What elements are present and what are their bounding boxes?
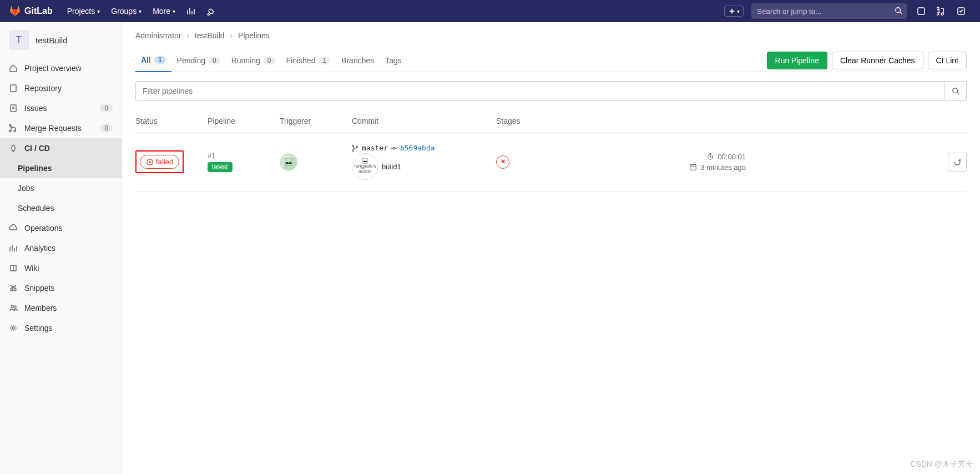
nav-new-dropdown[interactable]: ▾ [724, 6, 744, 17]
sidebar-project-header[interactable]: T testBuild [0, 22, 122, 58]
tab-badge: 0 [264, 57, 275, 64]
branch-name[interactable]: master [362, 144, 388, 152]
sidebar: T testBuild Project overview Repository … [0, 22, 122, 474]
gear-icon [9, 324, 18, 332]
tab-tags[interactable]: Tags [380, 49, 407, 72]
chevron-down-icon: ▾ [97, 8, 100, 14]
breadcrumb-owner[interactable]: Administrator [135, 31, 181, 40]
breadcrumb-project[interactable]: testBuild [195, 31, 225, 40]
sidebar-item-issues[interactable]: Issues0 [0, 98, 122, 118]
project-avatar: T [9, 30, 29, 50]
filter-search-button[interactable] [944, 81, 967, 101]
chart-icon [9, 244, 18, 253]
pipeline-duration: 00:00:01 [657, 153, 746, 161]
commit-author-avatar[interactable]: fengjiale's avatar [352, 153, 378, 180]
sidebar-item-overview[interactable]: Project overview [0, 58, 122, 78]
col-status: Status [135, 117, 208, 125]
breadcrumb-sep: › [186, 31, 189, 40]
top-navbar: GitLab Projects▾ Groups▾ More▾ ▾ [0, 0, 980, 22]
main-content: Administrator › testBuild › Pipelines Al… [122, 22, 980, 474]
latest-badge: latest [208, 162, 233, 172]
sidebar-item-jobs[interactable]: Jobs [0, 178, 122, 198]
chevron-down-icon: ▾ [173, 8, 175, 14]
project-name: testBuild [36, 36, 68, 45]
breadcrumb-page[interactable]: Pipelines [238, 31, 270, 40]
sidebar-item-mrs[interactable]: Merge Requests0 [0, 118, 122, 138]
nav-projects[interactable]: Projects▾ [62, 0, 106, 22]
tab-branches[interactable]: Branches [336, 49, 380, 72]
svg-point-7 [11, 305, 13, 307]
sidebar-item-members[interactable]: Members [0, 298, 122, 318]
sidebar-item-analytics[interactable]: Analytics [0, 238, 122, 258]
svg-point-10 [952, 88, 957, 93]
nav-admin-wrench-icon[interactable] [201, 0, 221, 22]
sidebar-item-snippets[interactable]: Snippets [0, 278, 122, 298]
search-input[interactable] [751, 3, 907, 19]
pipeline-timestamp: 3 minutes ago [657, 163, 746, 172]
breadcrumb-sep: › [230, 31, 233, 40]
svg-point-0 [896, 8, 901, 13]
status-highlight-box: failed [135, 150, 184, 173]
clear-caches-button[interactable]: Clear Runner Caches [832, 52, 923, 69]
scissors-icon [9, 284, 18, 293]
nav-more[interactable]: More▾ [147, 0, 181, 22]
nav-todos-icon[interactable] [951, 0, 971, 22]
col-pipeline: Pipeline [208, 117, 280, 125]
svg-rect-16 [690, 165, 696, 170]
svg-rect-3 [11, 85, 16, 92]
tab-finished[interactable]: Finished1 [281, 49, 336, 72]
broken-image-icon [285, 158, 292, 166]
issues-count-badge: 0 [100, 104, 113, 112]
chevron-down-icon: ▾ [139, 8, 142, 14]
stage-failed-icon[interactable]: ✕ [496, 155, 509, 169]
svg-point-6 [14, 289, 16, 291]
book-icon [9, 264, 18, 273]
tab-all[interactable]: All1 [135, 49, 171, 72]
merge-icon [9, 124, 18, 133]
gitlab-logo[interactable]: GitLab [9, 5, 53, 17]
commit-sha-link[interactable]: b569abda [400, 144, 435, 152]
sidebar-item-repository[interactable]: Repository [0, 78, 122, 98]
brand-text: GitLab [24, 6, 53, 16]
status-badge-failed[interactable]: failed [140, 155, 179, 169]
nav-mrs-icon[interactable] [931, 0, 951, 22]
triggerer-avatar[interactable] [280, 153, 297, 171]
retry-icon [953, 158, 962, 167]
rocket-icon [9, 144, 18, 153]
sidebar-item-schedules[interactable]: Schedules [0, 198, 122, 218]
tab-pending[interactable]: Pending0 [171, 49, 226, 72]
table-header: Status Pipeline Triggerer Commit Stages [135, 110, 967, 133]
svg-rect-12 [285, 158, 292, 165]
sidebar-item-operations[interactable]: Operations [0, 218, 122, 238]
commit-message[interactable]: build1 [382, 163, 401, 171]
col-commit: Commit [352, 117, 496, 125]
ci-lint-button[interactable]: CI Lint [928, 52, 967, 69]
chevron-down-icon: ▾ [737, 8, 740, 14]
svg-point-8 [14, 306, 16, 308]
svg-rect-4 [11, 105, 16, 112]
plus-icon [728, 7, 736, 15]
tanuki-icon [9, 5, 21, 17]
nav-activity-icon[interactable] [181, 0, 201, 22]
sidebar-item-settings[interactable]: Settings [0, 318, 122, 338]
sidebar-item-wiki[interactable]: Wiki [0, 258, 122, 278]
calendar-icon [689, 163, 697, 171]
branch-icon [352, 144, 360, 152]
cloud-icon [9, 224, 18, 233]
nav-groups[interactable]: Groups▾ [105, 0, 147, 22]
sidebar-item-pipelines[interactable]: Pipelines [0, 158, 122, 178]
doc-icon [9, 84, 18, 93]
sidebar-item-cicd[interactable]: CI / CD [0, 138, 122, 158]
pipeline-number[interactable]: #1 [208, 152, 280, 160]
retry-button[interactable] [948, 153, 967, 172]
run-pipeline-button[interactable]: Run Pipeline [767, 52, 827, 69]
filter-input[interactable] [135, 81, 944, 101]
pipeline-row: failed #1 latest master b569abda [135, 133, 967, 191]
timer-icon [706, 153, 714, 160]
col-stages: Stages [496, 117, 657, 125]
svg-point-13 [393, 147, 395, 149]
nav-issues-icon[interactable] [911, 0, 931, 22]
issues-icon [9, 104, 18, 113]
svg-rect-1 [918, 8, 925, 14]
tab-running[interactable]: Running0 [226, 49, 281, 72]
